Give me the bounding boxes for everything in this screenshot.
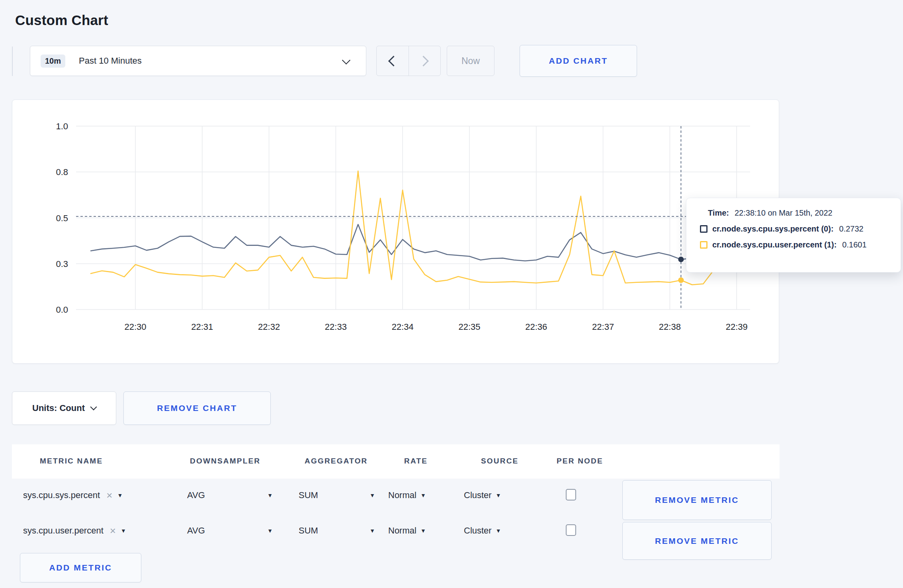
units-label: Units: Count	[32, 403, 85, 413]
user-series-swatch-icon	[700, 241, 708, 249]
downsampler-select[interactable]: AVG ▼	[187, 483, 273, 507]
now-button[interactable]: Now	[447, 46, 494, 76]
dropdown-caret-icon: ▼	[369, 528, 375, 534]
time-range-dropdown[interactable]: 10m Past 10 Minutes	[30, 46, 366, 76]
x-axis-tick-label: 22:31	[191, 322, 213, 332]
aggregator-select[interactable]: SUM ▼	[299, 483, 375, 507]
chevron-down-icon	[90, 404, 97, 411]
source-select[interactable]: Cluster ▼	[464, 483, 501, 507]
tooltip-time-label: Time:	[708, 208, 729, 218]
chevron-down-icon	[342, 56, 350, 64]
x-axis-tick-label: 22:37	[592, 322, 614, 332]
tooltip-series-value: 0.2732	[839, 224, 864, 234]
chevron-left-icon	[388, 56, 399, 66]
clear-metric-icon[interactable]: ×	[110, 526, 116, 536]
aggregator-select[interactable]: SUM ▼	[299, 519, 375, 543]
table-header-rate: RATE	[404, 457, 428, 465]
chart-tooltip: Time: 22:38:10 on Mar 15th, 2022 cr.node…	[686, 198, 901, 273]
dropdown-caret-icon: ▼	[267, 492, 273, 498]
hover-point	[678, 277, 684, 283]
chevron-right-icon	[418, 56, 429, 66]
metric-name-label: sys.cpu.sys.percent	[23, 490, 100, 500]
dropdown-caret-icon: ▼	[267, 528, 273, 534]
tooltip-series-label: cr.node.sys.cpu.user.percent (1):	[712, 240, 837, 249]
rate-select[interactable]: Normal ▼	[388, 519, 426, 543]
timeseries-chart[interactable]: 0.00.30.50.81.022:3022:3122:3222:3322:34…	[12, 100, 779, 362]
x-axis-tick-label: 22:32	[258, 322, 280, 332]
aggregator-value: SUM	[299, 526, 318, 536]
x-axis-tick-label: 22:36	[525, 322, 547, 332]
tooltip-time-row: Time: 22:38:10 on Mar 15th, 2022	[700, 208, 901, 218]
rate-select[interactable]: Normal ▼	[388, 483, 426, 507]
rate-value: Normal	[388, 526, 416, 536]
series-line-percent	[91, 224, 748, 261]
aggregator-value: SUM	[299, 490, 318, 500]
rate-value: Normal	[388, 490, 416, 500]
x-axis-tick-label: 22:35	[458, 322, 480, 332]
dropdown-caret-icon: ▼	[420, 528, 426, 534]
hover-point	[678, 257, 684, 262]
remove-metric-button[interactable]: REMOVE METRIC	[622, 522, 772, 560]
x-axis-tick-label: 22:34	[392, 322, 414, 332]
tooltip-time-value: 22:38:10 on Mar 15th, 2022	[735, 208, 833, 218]
time-range-label: Past 10 Minutes	[79, 56, 142, 66]
table-header-downsampler: DOWNSAMPLER	[190, 457, 260, 465]
sys-series-swatch-icon	[700, 225, 708, 233]
metric-name-label: sys.cpu.user.percent	[23, 526, 104, 536]
x-axis-tick-label: 22:38	[659, 322, 681, 332]
downsampler-value: AVG	[187, 526, 205, 536]
y-axis-tick-label: 0.0	[56, 305, 68, 315]
series-line-percent	[91, 171, 748, 285]
source-value: Cluster	[464, 490, 492, 500]
prev-time-button[interactable]	[377, 46, 408, 76]
source-select[interactable]: Cluster ▼	[464, 519, 501, 543]
add-chart-button[interactable]: ADD CHART	[520, 45, 637, 77]
metric-name-select[interactable]: sys.cpu.sys.percent × ▼	[23, 483, 123, 507]
toolbar-divider	[12, 47, 13, 76]
table-header-aggregator: AGGREGATOR	[305, 457, 368, 465]
clear-metric-icon[interactable]: ×	[106, 490, 112, 500]
tooltip-series-row: cr.node.sys.cpu.sys.percent (0): 0.2732	[700, 224, 901, 234]
tooltip-series-row: cr.node.sys.cpu.user.percent (1): 0.1601	[700, 240, 901, 249]
time-range-badge: 10m	[41, 55, 65, 68]
dropdown-caret-icon: ▼	[117, 492, 123, 498]
add-metric-button[interactable]: ADD METRIC	[20, 553, 141, 582]
remove-metric-button[interactable]: REMOVE METRIC	[622, 480, 772, 520]
units-dropdown[interactable]: Units: Count	[12, 391, 116, 425]
tooltip-series-value: 0.1601	[842, 240, 866, 249]
dropdown-caret-icon: ▼	[420, 492, 426, 498]
tooltip-series-label: cr.node.sys.cpu.sys.percent (0):	[712, 224, 834, 234]
next-time-button[interactable]	[408, 46, 441, 76]
y-axis-tick-label: 0.8	[56, 167, 68, 177]
y-axis-tick-label: 0.5	[56, 213, 68, 223]
x-axis-tick-label: 22:33	[325, 322, 347, 332]
time-nav-group	[376, 46, 441, 76]
per-node-checkbox[interactable]	[566, 489, 576, 500]
remove-chart-button[interactable]: REMOVE CHART	[123, 391, 271, 425]
metric-name-select[interactable]: sys.cpu.user.percent × ▼	[23, 519, 126, 543]
dropdown-caret-icon: ▼	[369, 492, 375, 498]
dropdown-caret-icon: ▼	[496, 528, 501, 534]
dropdown-caret-icon: ▼	[121, 528, 126, 534]
x-axis-tick-label: 22:30	[124, 322, 146, 332]
page-title: Custom Chart	[15, 12, 108, 28]
x-axis-tick-label: 22:39	[726, 322, 748, 332]
table-header-per-node: PER NODE	[557, 457, 603, 465]
y-axis-tick-label: 1.0	[56, 121, 68, 131]
downsampler-value: AVG	[187, 490, 205, 500]
dropdown-caret-icon: ▼	[496, 492, 501, 498]
y-axis-tick-label: 0.3	[56, 259, 68, 269]
table-header-source: SOURCE	[481, 457, 519, 465]
chart-card: 0.00.30.50.81.022:3022:3122:3222:3322:34…	[12, 99, 779, 364]
downsampler-select[interactable]: AVG ▼	[187, 519, 273, 543]
per-node-checkbox[interactable]	[566, 524, 576, 536]
source-value: Cluster	[464, 526, 492, 536]
table-header-metric-name: METRIC NAME	[40, 457, 103, 465]
metrics-table-header: METRIC NAMEDOWNSAMPLERAGGREGATORRATESOUR…	[12, 444, 780, 479]
